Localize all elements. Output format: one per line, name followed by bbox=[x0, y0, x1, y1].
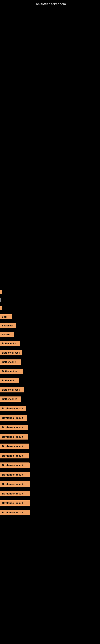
bottleneck-label-10: Bottleneck re bbox=[0, 396, 21, 402]
bottleneck-label-15: Bottleneck result bbox=[0, 444, 29, 449]
bottleneck-item-14: Bottleneck result bbox=[0, 433, 100, 440]
bottleneck-label-3: Bottlen bbox=[0, 332, 14, 337]
bottleneck-label-20: Bottleneck result bbox=[0, 491, 30, 496]
bottleneck-item-8: Bottleneck bbox=[0, 377, 100, 384]
bottleneck-label-17: Bottleneck result bbox=[0, 462, 30, 468]
bottleneck-item-7: Bottleneck re bbox=[0, 368, 100, 375]
cursor-icon-2 bbox=[0, 306, 2, 310]
bottleneck-item-11: Bottleneck result bbox=[0, 405, 100, 412]
bottleneck-item-21: Bottleneck result bbox=[0, 500, 100, 506]
bottleneck-label-21: Bottleneck result bbox=[0, 500, 30, 506]
bottleneck-label-7: Bottleneck re bbox=[0, 369, 23, 374]
bottleneck-label-14: Bottleneck result bbox=[0, 434, 28, 440]
bottleneck-label-12: Bottleneck result bbox=[0, 415, 27, 420]
bottleneck-label-1: Bottl bbox=[0, 314, 12, 319]
bottleneck-item-13: Bottleneck result bbox=[0, 424, 100, 431]
bottleneck-item-2: Bottleneck bbox=[0, 322, 100, 329]
bottleneck-label-19: Bottleneck result bbox=[0, 482, 30, 487]
bottleneck-item-1: Bottl bbox=[0, 314, 100, 320]
bottleneck-label-5: Bottleneck resu bbox=[0, 350, 22, 356]
bottleneck-label-22: Bottleneck result bbox=[0, 510, 30, 515]
bottleneck-label-13: Bottleneck result bbox=[0, 425, 28, 430]
bottleneck-label-16: Bottleneck result bbox=[0, 453, 29, 458]
bottleneck-item-4: Bottleneck r bbox=[0, 340, 100, 347]
bottleneck-label-4: Bottleneck r bbox=[0, 341, 20, 346]
bottleneck-label-8: Bottleneck bbox=[0, 378, 19, 383]
bottleneck-item-16: Bottleneck result bbox=[0, 452, 100, 459]
bottleneck-item-3: Bottlen bbox=[0, 331, 100, 338]
bottleneck-label-6: Bottleneck r bbox=[0, 360, 21, 365]
bottleneck-item-6: Bottleneck r bbox=[0, 359, 100, 366]
bottleneck-item-10: Bottleneck re bbox=[0, 396, 100, 402]
site-title: TheBottlenecker.com bbox=[0, 0, 100, 8]
bottleneck-label-2: Bottleneck bbox=[0, 323, 16, 328]
bottleneck-item-18: Bottleneck result bbox=[0, 471, 100, 478]
bottleneck-item-12: Bottleneck result bbox=[0, 414, 100, 422]
pipe-icon bbox=[0, 298, 1, 302]
results-section: BottlBottleneckBottlenBottleneck rBottle… bbox=[0, 169, 100, 516]
bottleneck-label-9: Bottleneck resu bbox=[0, 387, 24, 392]
site-header: TheBottlenecker.com bbox=[0, 0, 100, 8]
bottleneck-label-11: Bottleneck result bbox=[0, 406, 26, 411]
bottleneck-item-5: Bottleneck resu bbox=[0, 349, 100, 356]
bottleneck-item-9: Bottleneck resu bbox=[0, 386, 100, 393]
bottleneck-item-15: Bottleneck result bbox=[0, 443, 100, 450]
bottleneck-item-20: Bottleneck result bbox=[0, 490, 100, 497]
indicator-pipe bbox=[0, 298, 100, 303]
bottleneck-label-18: Bottleneck result bbox=[0, 472, 30, 477]
indicator-cursor2 bbox=[0, 306, 100, 311]
bottleneck-item-19: Bottleneck result bbox=[0, 480, 100, 488]
main-chart-area bbox=[0, 8, 100, 169]
bottleneck-item-22: Bottleneck result bbox=[0, 509, 100, 516]
bottleneck-item-17: Bottleneck result bbox=[0, 462, 100, 469]
cursor-icon bbox=[0, 290, 2, 294]
indicator-cursor bbox=[0, 290, 100, 295]
